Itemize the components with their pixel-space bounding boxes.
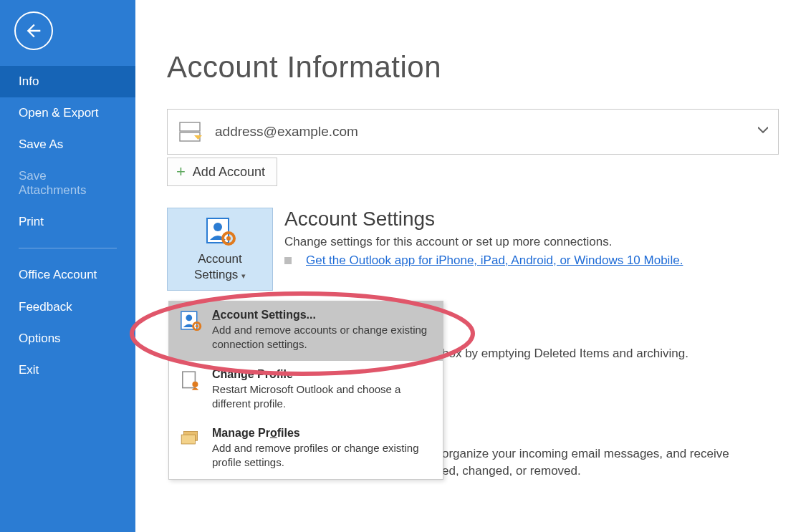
add-account-label: Add Account bbox=[193, 165, 265, 180]
rules-alerts-partial-text-1: organize your incoming email messages, a… bbox=[442, 447, 811, 461]
person-gear-icon bbox=[204, 217, 236, 247]
account-selector[interactable]: address@example.com bbox=[167, 109, 779, 155]
get-outlook-app-link[interactable]: Get the Outlook app for iPhone, iPad, An… bbox=[306, 253, 683, 268]
rules-alerts-partial-text-2: ed, changed, or removed. bbox=[442, 464, 811, 478]
menu-item-desc: Add and remove profiles or change existi… bbox=[212, 441, 433, 470]
menu-item-title: Change Profile bbox=[212, 368, 433, 381]
page-title: Account Information bbox=[167, 50, 779, 84]
arrow-left-icon bbox=[24, 21, 44, 41]
svg-rect-0 bbox=[180, 122, 200, 131]
nav-info[interactable]: Info bbox=[0, 66, 135, 97]
menu-item-title: Manage Profiles bbox=[212, 427, 433, 440]
account-email: address@example.com bbox=[215, 124, 358, 140]
account-settings-button[interactable]: Account Settings ▾ bbox=[167, 208, 273, 291]
section-desc-account-settings: Change settings for this account or set … bbox=[284, 235, 779, 249]
add-account-button[interactable]: + Add Account bbox=[167, 158, 277, 186]
svg-rect-14 bbox=[181, 435, 195, 444]
folders-icon bbox=[179, 428, 202, 448]
menu-item-manage-profiles[interactable]: Manage Profiles Add and remove profiles … bbox=[169, 420, 443, 479]
menu-item-change-profile[interactable]: Change Profile Restart Microsoft Outlook… bbox=[169, 361, 443, 420]
bullet-square-icon bbox=[284, 257, 292, 264]
nav-office-account[interactable]: Office Account bbox=[0, 258, 135, 291]
svg-point-8 bbox=[186, 315, 192, 321]
nav-open-export[interactable]: Open & Export bbox=[0, 97, 135, 129]
nav-exit[interactable]: Exit bbox=[0, 354, 135, 386]
menu-item-desc: Restart Microsoft Outlook and choose a d… bbox=[212, 382, 433, 412]
svg-point-12 bbox=[192, 381, 198, 387]
person-gear-icon bbox=[179, 310, 202, 333]
backstage-sidebar: Info Open & Export Save As Save Attachme… bbox=[0, 0, 135, 532]
nav-save-as[interactable]: Save As bbox=[0, 129, 135, 160]
account-dropdown-arrow[interactable] bbox=[758, 125, 768, 138]
menu-item-account-settings[interactable]: Account Settings... Add and remove accou… bbox=[169, 301, 443, 361]
account-settings-menu: Account Settings... Add and remove accou… bbox=[168, 301, 443, 480]
nav-print[interactable]: Print bbox=[0, 206, 135, 238]
svg-marker-2 bbox=[194, 135, 202, 140]
menu-item-title: Account Settings... bbox=[212, 309, 433, 321]
nav-feedback[interactable]: Feedback bbox=[0, 291, 135, 323]
mailbox-settings-partial-text: box by emptying Deleted Items and archiv… bbox=[442, 347, 688, 361]
plus-icon: + bbox=[176, 164, 186, 180]
svg-point-10 bbox=[196, 325, 198, 328]
menu-item-desc: Add and remove accounts or change existi… bbox=[212, 323, 433, 352]
back-button[interactable] bbox=[14, 11, 53, 50]
chevron-down-icon: ▾ bbox=[241, 271, 246, 280]
sidebar-separator bbox=[19, 248, 117, 248]
profile-change-icon bbox=[179, 369, 202, 392]
nav-options[interactable]: Options bbox=[0, 323, 135, 354]
nav-save-attachments: Save Attachments bbox=[0, 160, 135, 206]
svg-point-6 bbox=[226, 236, 231, 241]
section-title-account-settings: Account Settings bbox=[284, 208, 779, 231]
svg-point-4 bbox=[213, 223, 222, 231]
chevron-down-icon bbox=[758, 125, 768, 135]
mailbox-icon bbox=[176, 117, 205, 146]
